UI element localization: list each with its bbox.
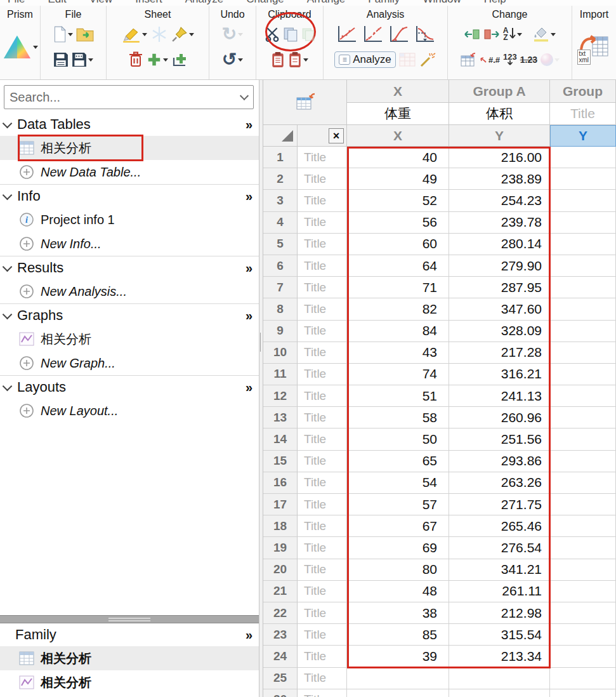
y-value-cell[interactable]: 238.89 bbox=[449, 168, 550, 190]
row-title-cell[interactable]: Title bbox=[298, 559, 347, 581]
table-format-button[interactable] bbox=[460, 52, 476, 67]
column-axis-cell[interactable]: X bbox=[347, 125, 449, 147]
x-value-cell[interactable]: 74 bbox=[347, 364, 449, 385]
sidebar-item-new[interactable]: New Data Table... bbox=[0, 160, 259, 184]
menu-item-family[interactable]: Family bbox=[368, 0, 400, 6]
y-value-cell[interactable]: 315.54 bbox=[449, 624, 550, 646]
sidebar-item-info[interactable]: iProject info 1 bbox=[0, 208, 259, 232]
menu-item-change[interactable]: Change bbox=[246, 0, 284, 6]
highlight-button[interactable] bbox=[122, 26, 147, 43]
interpolate-button[interactable] bbox=[413, 25, 436, 44]
y-value-cell[interactable]: 271.75 bbox=[449, 494, 550, 515]
row-number[interactable]: 17 bbox=[263, 494, 298, 515]
row-title-cell[interactable]: Title bbox=[298, 515, 347, 537]
x-value-cell[interactable]: 54 bbox=[347, 472, 449, 494]
empty-cell[interactable] bbox=[550, 277, 616, 298]
y-value-cell[interactable]: 328.09 bbox=[449, 321, 550, 342]
new-sheet-button[interactable] bbox=[147, 52, 168, 67]
row-number[interactable]: 16 bbox=[263, 472, 298, 494]
y-value-cell[interactable]: 280.14 bbox=[449, 234, 550, 255]
x-value-cell[interactable]: 38 bbox=[347, 602, 449, 624]
empty-cell[interactable] bbox=[550, 537, 616, 559]
x-value-cell[interactable] bbox=[347, 689, 449, 697]
row-number[interactable]: 24 bbox=[263, 646, 298, 667]
x-value-cell[interactable]: 52 bbox=[347, 190, 449, 211]
y-value-cell[interactable]: 239.78 bbox=[449, 212, 550, 234]
column-subtitle-cell[interactable]: 体积 bbox=[449, 103, 550, 125]
empty-cell[interactable] bbox=[550, 385, 616, 407]
corner-triangle-cell[interactable] bbox=[263, 125, 298, 147]
y-value-cell[interactable] bbox=[449, 689, 550, 697]
row-number[interactable]: 14 bbox=[263, 428, 298, 450]
y-value-cell[interactable]: 276.54 bbox=[449, 537, 550, 559]
column-group-header[interactable]: Group bbox=[550, 80, 616, 103]
empty-cell[interactable] bbox=[550, 321, 616, 342]
linear-regression-button[interactable] bbox=[335, 25, 358, 44]
menu-item-edit[interactable]: Edit bbox=[48, 0, 66, 6]
redo-button[interactable]: ↻ bbox=[222, 25, 243, 43]
sidebar-item-table[interactable]: 相关分析 bbox=[0, 136, 259, 160]
row-title-cell[interactable]: Title bbox=[298, 255, 347, 277]
y-value-cell[interactable]: 347.60 bbox=[449, 298, 550, 320]
decimal-format-button[interactable]: #.# bbox=[480, 56, 500, 63]
row-number[interactable]: 23 bbox=[263, 624, 298, 646]
x-value-cell[interactable]: 82 bbox=[347, 298, 449, 320]
empty-cell[interactable] bbox=[550, 364, 616, 385]
row-title-cell[interactable]: Title bbox=[298, 668, 347, 689]
row-title-cell[interactable]: Title bbox=[298, 689, 347, 697]
sidebar-item-new[interactable]: New Layout... bbox=[0, 399, 259, 423]
x-value-cell[interactable]: 60 bbox=[347, 234, 449, 255]
menu-item-view[interactable]: View bbox=[89, 0, 113, 6]
row-number[interactable]: 2 bbox=[263, 168, 298, 190]
format-fill-button[interactable] bbox=[532, 26, 556, 43]
panel-splitter[interactable] bbox=[259, 80, 263, 697]
row-title-cell[interactable]: Title bbox=[298, 234, 347, 255]
section-header[interactable]: Results» bbox=[0, 256, 259, 279]
x-value-cell[interactable]: 69 bbox=[347, 537, 449, 559]
menu-item-arrange[interactable]: Arrange bbox=[307, 0, 345, 6]
row-title-cell[interactable]: Title bbox=[298, 190, 347, 211]
column-axis-cell[interactable]: Y bbox=[550, 125, 616, 147]
row-number[interactable]: 8 bbox=[263, 298, 298, 320]
prism-logo-button[interactable] bbox=[3, 34, 38, 60]
new-file-button[interactable] bbox=[53, 26, 73, 43]
empty-cell[interactable] bbox=[550, 472, 616, 494]
section-more[interactable]: » bbox=[246, 261, 252, 275]
duplicate-button[interactable] bbox=[301, 27, 315, 41]
row-number[interactable]: 21 bbox=[263, 581, 298, 602]
row-number[interactable]: 6 bbox=[263, 255, 298, 277]
row-number[interactable]: 25 bbox=[263, 668, 298, 689]
column-axis-cell[interactable]: Y bbox=[449, 125, 550, 147]
empty-cell[interactable] bbox=[550, 234, 616, 255]
row-title-cell[interactable]: Title bbox=[298, 277, 347, 298]
remove-decimals-button[interactable]: 1.23 bbox=[520, 55, 537, 65]
move-left-button[interactable] bbox=[464, 27, 480, 41]
copy-button[interactable] bbox=[283, 27, 298, 42]
nonlinear-fit-button[interactable] bbox=[361, 25, 384, 44]
row-number[interactable]: 1 bbox=[263, 147, 298, 168]
empty-cell[interactable] bbox=[550, 602, 616, 624]
x-value-cell[interactable]: 84 bbox=[347, 321, 449, 342]
sidebar-item-new[interactable]: New Graph... bbox=[0, 351, 259, 375]
section-header[interactable]: Layouts» bbox=[0, 376, 259, 399]
analyze-button[interactable]: ≡ Analyze bbox=[334, 51, 395, 68]
empty-cell[interactable] bbox=[550, 494, 616, 515]
paste-special-button[interactable] bbox=[288, 51, 308, 68]
empty-cell[interactable] bbox=[550, 342, 616, 364]
menu-item-file[interactable]: File bbox=[8, 0, 25, 6]
row-number[interactable]: 26 bbox=[263, 689, 298, 697]
empty-cell[interactable] bbox=[550, 668, 616, 689]
row-number[interactable]: 22 bbox=[263, 602, 298, 624]
row-number[interactable]: 11 bbox=[263, 364, 298, 385]
search-input[interactable] bbox=[4, 85, 254, 109]
empty-cell[interactable] bbox=[550, 212, 616, 234]
family-splitter[interactable] bbox=[0, 615, 259, 623]
x-value-cell[interactable]: 71 bbox=[347, 277, 449, 298]
empty-cell[interactable] bbox=[550, 581, 616, 602]
y-value-cell[interactable]: 213.34 bbox=[449, 646, 550, 667]
y-value-cell[interactable]: 241.13 bbox=[449, 385, 550, 407]
paste-button[interactable] bbox=[271, 51, 285, 68]
color-scheme-button[interactable] bbox=[541, 53, 560, 66]
column-subtitle-cell[interactable]: Title bbox=[550, 103, 616, 125]
menu-item-help[interactable]: Help bbox=[484, 0, 506, 6]
